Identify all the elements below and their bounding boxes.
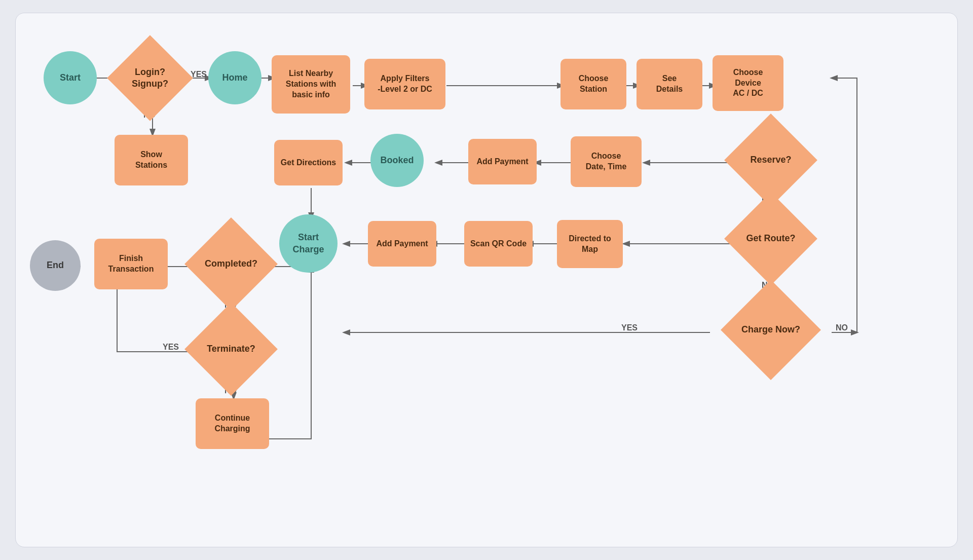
see-details-node: See Details <box>637 59 702 109</box>
scan-qr-node: Scan QR Code <box>464 221 533 267</box>
continue-charging-node: Continue Charging <box>196 398 269 449</box>
yes-label-chargenow: YES <box>621 323 638 332</box>
start-node: Start <box>44 51 97 104</box>
list-stations-node: List Nearby Stations with basic info <box>272 55 350 114</box>
completed-diamond: Completed? <box>184 217 278 311</box>
add-payment-top-node: Add Payment <box>468 139 537 184</box>
show-stations-node: Show Stations <box>115 135 188 185</box>
charge-now-diamond: Charge Now? <box>721 280 821 380</box>
get-directions-node: Get Directions <box>274 140 343 185</box>
choose-station-node: Choose Station <box>560 59 626 109</box>
add-payment-bot-node: Add Payment <box>368 221 436 267</box>
finish-transaction-node: Finish Transaction <box>94 239 168 289</box>
choose-device-node: Choose Device AC / DC <box>713 55 783 111</box>
home-node: Home <box>208 51 261 104</box>
yes-label-terminate: YES <box>163 343 179 352</box>
choose-date-node: Choose Date, Time <box>571 136 642 187</box>
login-diamond: Login? Signup? <box>107 35 193 121</box>
end-node: End <box>30 240 81 291</box>
apply-filters-node: Apply Filters -Level 2 or DC <box>364 59 445 109</box>
terminate-diamond: Terminate? <box>184 303 278 396</box>
start-charge-node: Start Charge <box>279 214 338 273</box>
get-route-diamond: Get Route? <box>724 192 817 285</box>
booked-node: Booked <box>370 134 424 187</box>
no-label-chargenow: NO <box>836 323 848 332</box>
flowchart-container: YES NO YES NO YES NO YES NO YES NO YES N… <box>15 13 958 547</box>
directed-map-node: Directed to Map <box>557 220 623 268</box>
